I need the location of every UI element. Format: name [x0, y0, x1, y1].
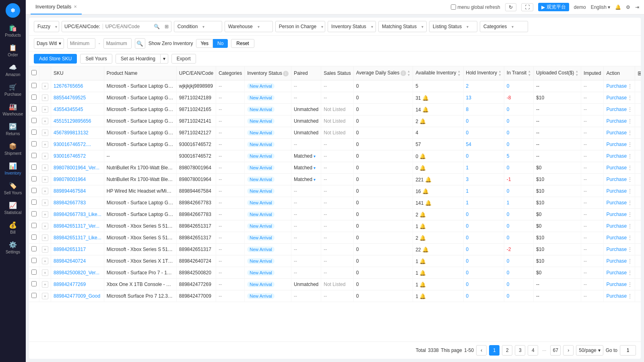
column-settings-icon[interactable]: ⊞: [638, 70, 641, 76]
bell-icon-9[interactable]: 🔔: [422, 188, 429, 194]
sku-link-17[interactable]: 889842477269: [54, 282, 86, 287]
in-transit-link-6[interactable]: 5: [507, 153, 510, 159]
row-select-checkbox-12[interactable]: [31, 223, 37, 228]
expand-row-button-5[interactable]: +: [42, 141, 48, 148]
sku-link-2[interactable]: 43554345545: [54, 107, 83, 112]
row-select-checkbox-10[interactable]: [31, 200, 37, 205]
sku-link-7[interactable]: 898078001964_Ver...: [54, 165, 99, 171]
show-zero-no-button[interactable]: No: [213, 39, 228, 48]
sku-link-18[interactable]: 889842477009_Good: [54, 293, 100, 299]
bell-icon-16[interactable]: 🔔: [419, 270, 426, 276]
bell-icon-15[interactable]: 🔔: [419, 258, 426, 264]
goto-page-input[interactable]: [620, 345, 636, 356]
sidebar-item-bill[interactable]: 💰Bill: [1, 218, 25, 238]
next-page-button[interactable]: ›: [563, 345, 574, 356]
sku-link-14[interactable]: 889842651317: [54, 247, 86, 252]
header-hold_inventory[interactable]: Hold Inventory▲▼: [463, 66, 504, 80]
sidebar-item-warehouse[interactable]: 🏭Warehouse: [1, 100, 25, 119]
tab-close-button[interactable]: ✕: [74, 4, 77, 9]
sort-icon-uploaded_cost[interactable]: ▲▼: [575, 70, 578, 77]
row-select-checkbox-15[interactable]: [31, 258, 37, 263]
row-select-checkbox-6[interactable]: [31, 153, 37, 158]
hold-inv-link-17[interactable]: 0: [466, 282, 469, 287]
info-icon-inventory_status[interactable]: i: [283, 71, 289, 76]
categories-select[interactable]: Categories ▾: [480, 21, 528, 32]
expand-row-button-18[interactable]: +: [42, 293, 48, 299]
in-transit-link-15[interactable]: 0: [507, 258, 510, 264]
row-select-checkbox-13[interactable]: [31, 234, 37, 240]
in-transit-link-18[interactable]: 0: [507, 293, 510, 299]
hold-inv-link-9[interactable]: 1: [466, 188, 469, 194]
refresh-button[interactable]: ↻: [505, 3, 516, 11]
hold-inv-link-6[interactable]: 0: [466, 153, 469, 159]
sku-link-0[interactable]: 12676765656: [54, 83, 83, 89]
purchase-button-6[interactable]: Purchase: [606, 153, 627, 159]
in-transit-link-5[interactable]: 0: [507, 142, 510, 147]
in-transit-link-14[interactable]: -2: [507, 247, 511, 252]
in-transit-link-8[interactable]: -1: [507, 177, 511, 182]
reset-button[interactable]: Reset: [231, 39, 254, 48]
paired-dropdown-7[interactable]: Matched ▾: [294, 165, 318, 171]
sidebar-item-settings[interactable]: ⚙️Settings: [1, 238, 25, 257]
export-button[interactable]: Export: [171, 54, 196, 64]
hold-inv-link-2[interactable]: 8: [466, 107, 469, 112]
hold-inv-link-16[interactable]: 0: [466, 270, 469, 276]
in-transit-link-3[interactable]: 0: [507, 118, 510, 124]
expand-row-button-6[interactable]: +: [42, 153, 48, 159]
expand-row-button-1[interactable]: +: [42, 95, 48, 101]
expand-row-button-17[interactable]: +: [42, 281, 48, 288]
sidebar-item-returns[interactable]: ↩️Returns: [1, 119, 25, 139]
external-link-icon[interactable]: ⇥: [635, 4, 639, 10]
purchase-button-9[interactable]: Purchase: [606, 188, 627, 194]
purchase-button-7[interactable]: Purchase: [606, 165, 627, 171]
more-actions-button-13[interactable]: ⋮: [627, 235, 632, 241]
expand-row-button-2[interactable]: +: [42, 106, 48, 113]
set-as-hoarding-button[interactable]: Set as Hoarding: [116, 54, 161, 64]
hold-inv-link-10[interactable]: 1: [466, 200, 469, 206]
more-actions-button-16[interactable]: ⋮: [627, 270, 632, 276]
search-type-select[interactable]: Fuzzy ▾: [34, 21, 59, 32]
expand-row-button-15[interactable]: +: [42, 258, 48, 264]
bell-icon-3[interactable]: 🔔: [419, 118, 426, 124]
language-selector[interactable]: English ▾: [591, 4, 610, 10]
sidebar-item-statistical[interactable]: 📈Statistical: [1, 198, 25, 218]
in-transit-link-1[interactable]: -8: [507, 95, 511, 101]
more-actions-button-14[interactable]: ⋮: [627, 247, 632, 252]
sku-link-12[interactable]: 889842651317_Ver...: [54, 223, 99, 229]
hold-inv-link-5[interactable]: 54: [466, 142, 471, 147]
expand-row-button-13[interactable]: +: [42, 234, 48, 241]
in-transit-link-4[interactable]: 0: [507, 130, 510, 136]
bell-icon-12[interactable]: 🔔: [419, 223, 426, 229]
header-avg_daily_sales[interactable]: Average Daily Salesi▲▼: [353, 66, 413, 80]
page-3-button[interactable]: 3: [515, 345, 525, 356]
menu-global-refresh-checkbox[interactable]: [451, 4, 456, 10]
purchase-button-0[interactable]: Purchase: [606, 83, 627, 89]
select-all-checkbox[interactable]: [31, 70, 37, 75]
show-zero-yes-button[interactable]: Yes: [196, 39, 213, 48]
hold-inv-link-13[interactable]: 0: [466, 235, 469, 241]
more-actions-button-9[interactable]: ⋮: [627, 188, 632, 194]
sidebar-item-order[interactable]: 📋Order: [1, 41, 25, 60]
platform-button[interactable]: ▶ 观览平台: [538, 3, 569, 11]
maximum-input[interactable]: [103, 38, 132, 49]
purchase-button-15[interactable]: Purchase: [606, 258, 627, 264]
paired-dropdown-8[interactable]: Matched ▾: [294, 177, 318, 182]
in-transit-link-11[interactable]: 0: [507, 212, 510, 217]
row-select-checkbox-3[interactable]: [31, 118, 37, 123]
sku-link-6[interactable]: 930016746572: [54, 153, 86, 159]
info-icon-avg_daily_sales[interactable]: i: [400, 70, 406, 76]
matching-status-select[interactable]: Matching Status ▾: [378, 21, 427, 32]
more-actions-button-12[interactable]: ⋮: [627, 223, 632, 229]
header-uploaded_cost[interactable]: Uploaded Cost($)▲▼: [534, 66, 581, 80]
expand-row-button-7[interactable]: +: [42, 165, 48, 171]
row-select-checkbox-5[interactable]: [31, 141, 37, 146]
expand-row-button-0[interactable]: +: [42, 83, 48, 89]
purchase-button-2[interactable]: Purchase: [606, 107, 627, 112]
row-select-checkbox-7[interactable]: [31, 165, 37, 170]
sku-link-11[interactable]: 889842667783_Like...: [54, 212, 101, 217]
search-input[interactable]: [103, 24, 151, 29]
row-select-checkbox-4[interactable]: [31, 130, 37, 135]
purchase-button-5[interactable]: Purchase: [606, 142, 627, 147]
more-actions-button-15[interactable]: ⋮: [627, 258, 632, 264]
sell-yours-button[interactable]: Sell Yours: [80, 54, 112, 64]
